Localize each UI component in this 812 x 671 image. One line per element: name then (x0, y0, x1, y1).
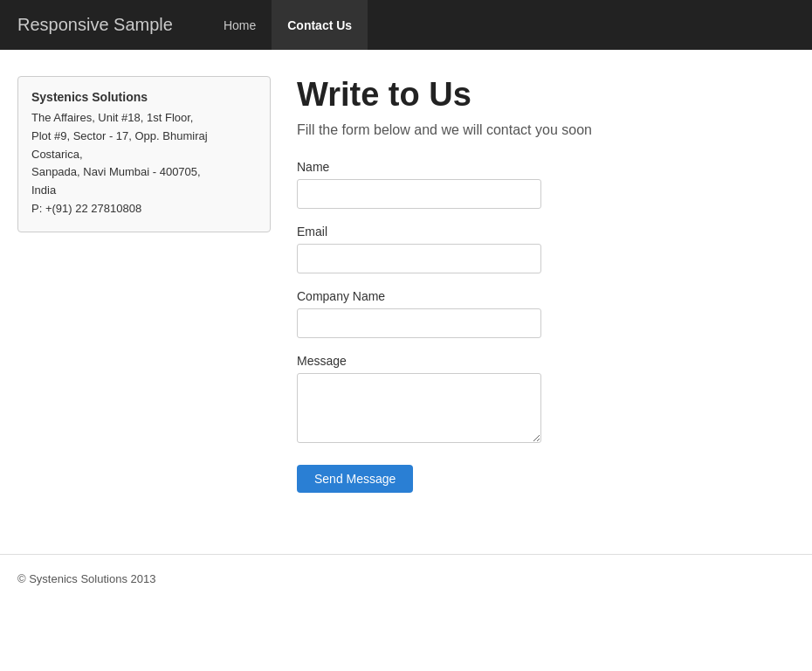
company-name-input[interactable] (297, 308, 541, 338)
name-input[interactable] (297, 179, 541, 209)
sidebar-address: The Affaires, Unit #18, 1st Floor, Plot … (31, 109, 257, 218)
address-line3: Costarica, (31, 148, 83, 161)
address-line5: India (31, 183, 56, 197)
form-title: Write to Us (297, 76, 795, 114)
nav-link-contact[interactable]: Contact Us (272, 0, 368, 50)
phone: P: +(91) 22 27810808 (31, 202, 141, 215)
nav-link-home[interactable]: Home (208, 0, 272, 50)
form-subtitle: Fill the form below and we will contact … (297, 122, 795, 138)
form-section: Write to Us Fill the form below and we w… (297, 76, 795, 493)
address-line4: Sanpada, Navi Mumbai - 400705, (31, 165, 201, 178)
navbar: Responsive Sample Home Contact Us (0, 0, 812, 50)
message-textarea[interactable] (297, 373, 541, 443)
address-line2: Plot #9, Sector - 17, Opp. Bhumiraj (31, 129, 208, 142)
message-label: Message (297, 354, 795, 368)
main-content: Systenics Solutions The Affaires, Unit #… (0, 50, 812, 519)
message-group: Message (297, 354, 795, 446)
sidebar: Systenics Solutions The Affaires, Unit #… (17, 76, 271, 232)
name-group: Name (297, 160, 795, 209)
email-input[interactable] (297, 244, 541, 273)
navbar-brand[interactable]: Responsive Sample (17, 15, 173, 35)
email-group: Email (297, 225, 795, 273)
company-name-label: Company Name (297, 289, 795, 303)
send-message-button[interactable]: Send Message (297, 465, 413, 493)
footer-copyright: © Systenics Solutions 2013 (17, 572, 155, 585)
name-label: Name (297, 160, 795, 174)
contact-form: Name Email Company Name Message Send Mes… (297, 160, 795, 493)
company-name: Systenics Solutions (31, 90, 257, 104)
nav-links: Home Contact Us (208, 0, 368, 50)
footer: © Systenics Solutions 2013 (0, 554, 812, 603)
company-group: Company Name (297, 289, 795, 338)
address-line1: The Affaires, Unit #18, 1st Floor, (31, 111, 193, 124)
email-label: Email (297, 225, 795, 239)
